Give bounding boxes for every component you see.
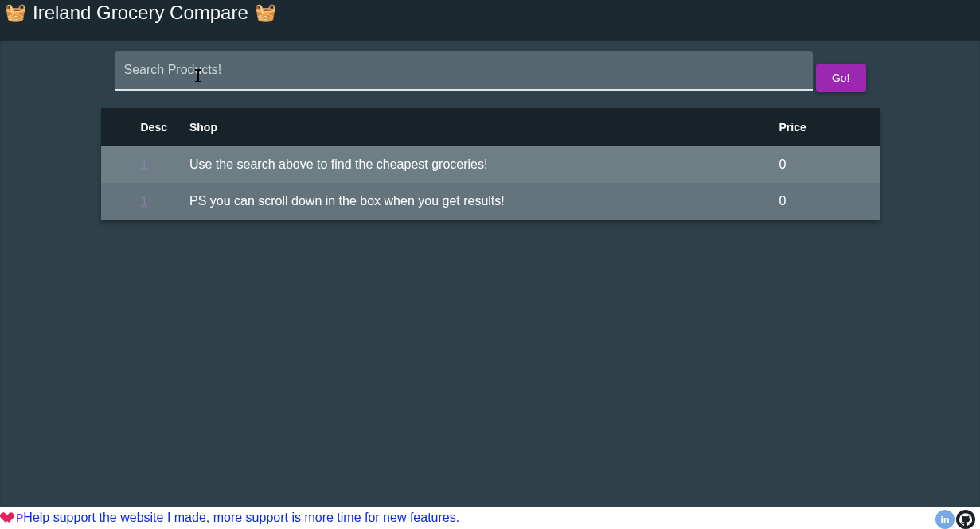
footer-bar: P Help support the website I made, more …: [0, 507, 980, 529]
row-desc-link[interactable]: 1: [141, 158, 148, 171]
col-desc-header: Desc: [101, 108, 178, 146]
title-text: Ireland Grocery Compare: [33, 3, 248, 22]
col-price-header: Price: [768, 108, 880, 146]
col-shop-header: Shop: [178, 108, 768, 146]
basket-icon: 🧺: [5, 4, 26, 21]
top-bar: 🧺 Ireland Grocery Compare 🧺: [0, 0, 980, 41]
results-table: Desc Shop Price 1 Use the search above t…: [101, 108, 880, 220]
table-row: 1 PS you can scroll down in the box when…: [101, 183, 880, 220]
linkedin-icon[interactable]: in: [935, 510, 955, 529]
heart-icon: [0, 513, 16, 523]
support-link[interactable]: Help support the website I made, more su…: [23, 511, 459, 525]
page-title: 🧺 Ireland Grocery Compare 🧺: [5, 3, 276, 22]
footer-purple-char: P: [16, 511, 23, 524]
row-price-cell: 0: [768, 183, 880, 220]
row-desc-link[interactable]: 1: [141, 194, 148, 208]
inner-panel: Go! Desc Shop Price 1 Use the search abo…: [2, 41, 978, 507]
basket-icon: 🧺: [255, 4, 276, 21]
go-button[interactable]: Go!: [816, 64, 866, 92]
table-row: 1 Use the search above to find the cheap…: [101, 146, 880, 183]
search-input[interactable]: [115, 51, 813, 91]
footer-icons: in: [935, 510, 975, 529]
content-area: Go! Desc Shop Price 1 Use the search abo…: [0, 41, 980, 529]
row-price-cell: 0: [768, 146, 880, 183]
table-header-row: Desc Shop Price: [101, 108, 880, 146]
github-icon[interactable]: [956, 510, 975, 529]
search-row: Go!: [115, 51, 866, 91]
row-shop-cell: PS you can scroll down in the box when y…: [178, 183, 768, 220]
row-shop-cell: Use the search above to find the cheapes…: [178, 146, 768, 183]
